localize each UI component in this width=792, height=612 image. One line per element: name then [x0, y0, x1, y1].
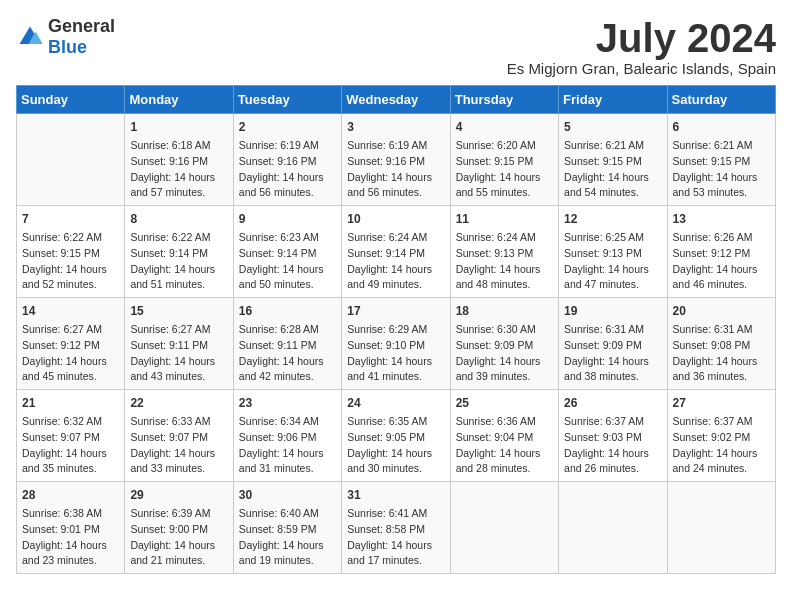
sunset-text: Sunset: 9:09 PM — [564, 338, 661, 354]
sunrise-text: Sunrise: 6:26 AM — [673, 230, 770, 246]
sunset-text: Sunset: 8:58 PM — [347, 522, 444, 538]
header-cell-saturday: Saturday — [667, 86, 775, 114]
sunset-text: Sunset: 9:11 PM — [130, 338, 227, 354]
day-number: 29 — [130, 486, 227, 504]
header-cell-sunday: Sunday — [17, 86, 125, 114]
day-number: 21 — [22, 394, 119, 412]
week-row-2: 7Sunrise: 6:22 AMSunset: 9:15 PMDaylight… — [17, 206, 776, 298]
day-cell: 22Sunrise: 6:33 AMSunset: 9:07 PMDayligh… — [125, 390, 233, 482]
day-number: 12 — [564, 210, 661, 228]
sunset-text: Sunset: 9:14 PM — [347, 246, 444, 262]
daylight-text: Daylight: 14 hours and 54 minutes. — [564, 170, 661, 202]
daylight-text: Daylight: 14 hours and 56 minutes. — [347, 170, 444, 202]
day-cell: 26Sunrise: 6:37 AMSunset: 9:03 PMDayligh… — [559, 390, 667, 482]
daylight-text: Daylight: 14 hours and 51 minutes. — [130, 262, 227, 294]
day-number: 1 — [130, 118, 227, 136]
day-number: 8 — [130, 210, 227, 228]
sunset-text: Sunset: 9:12 PM — [673, 246, 770, 262]
day-cell: 15Sunrise: 6:27 AMSunset: 9:11 PMDayligh… — [125, 298, 233, 390]
daylight-text: Daylight: 14 hours and 47 minutes. — [564, 262, 661, 294]
page-header: General Blue July 2024 Es Migjorn Gran, … — [16, 16, 776, 77]
day-cell: 16Sunrise: 6:28 AMSunset: 9:11 PMDayligh… — [233, 298, 341, 390]
daylight-text: Daylight: 14 hours and 23 minutes. — [22, 538, 119, 570]
day-cell: 7Sunrise: 6:22 AMSunset: 9:15 PMDaylight… — [17, 206, 125, 298]
daylight-text: Daylight: 14 hours and 19 minutes. — [239, 538, 336, 570]
sunrise-text: Sunrise: 6:31 AM — [564, 322, 661, 338]
sunset-text: Sunset: 9:04 PM — [456, 430, 553, 446]
month-title: July 2024 — [507, 16, 776, 60]
sunrise-text: Sunrise: 6:22 AM — [22, 230, 119, 246]
daylight-text: Daylight: 14 hours and 42 minutes. — [239, 354, 336, 386]
sunset-text: Sunset: 9:16 PM — [239, 154, 336, 170]
sunset-text: Sunset: 9:16 PM — [347, 154, 444, 170]
day-cell: 4Sunrise: 6:20 AMSunset: 9:15 PMDaylight… — [450, 114, 558, 206]
day-number: 22 — [130, 394, 227, 412]
week-row-4: 21Sunrise: 6:32 AMSunset: 9:07 PMDayligh… — [17, 390, 776, 482]
header-cell-friday: Friday — [559, 86, 667, 114]
day-cell: 24Sunrise: 6:35 AMSunset: 9:05 PMDayligh… — [342, 390, 450, 482]
daylight-text: Daylight: 14 hours and 35 minutes. — [22, 446, 119, 478]
daylight-text: Daylight: 14 hours and 50 minutes. — [239, 262, 336, 294]
sunrise-text: Sunrise: 6:31 AM — [673, 322, 770, 338]
sunrise-text: Sunrise: 6:23 AM — [239, 230, 336, 246]
day-cell: 19Sunrise: 6:31 AMSunset: 9:09 PMDayligh… — [559, 298, 667, 390]
sunrise-text: Sunrise: 6:27 AM — [130, 322, 227, 338]
sunrise-text: Sunrise: 6:24 AM — [456, 230, 553, 246]
day-cell: 14Sunrise: 6:27 AMSunset: 9:12 PMDayligh… — [17, 298, 125, 390]
daylight-text: Daylight: 14 hours and 57 minutes. — [130, 170, 227, 202]
daylight-text: Daylight: 14 hours and 43 minutes. — [130, 354, 227, 386]
daylight-text: Daylight: 14 hours and 33 minutes. — [130, 446, 227, 478]
day-number: 4 — [456, 118, 553, 136]
sunrise-text: Sunrise: 6:35 AM — [347, 414, 444, 430]
day-number: 19 — [564, 302, 661, 320]
day-cell: 20Sunrise: 6:31 AMSunset: 9:08 PMDayligh… — [667, 298, 775, 390]
daylight-text: Daylight: 14 hours and 55 minutes. — [456, 170, 553, 202]
day-cell: 8Sunrise: 6:22 AMSunset: 9:14 PMDaylight… — [125, 206, 233, 298]
day-number: 23 — [239, 394, 336, 412]
sunrise-text: Sunrise: 6:19 AM — [239, 138, 336, 154]
day-cell: 25Sunrise: 6:36 AMSunset: 9:04 PMDayligh… — [450, 390, 558, 482]
sunset-text: Sunset: 9:08 PM — [673, 338, 770, 354]
day-cell: 28Sunrise: 6:38 AMSunset: 9:01 PMDayligh… — [17, 482, 125, 574]
day-cell: 1Sunrise: 6:18 AMSunset: 9:16 PMDaylight… — [125, 114, 233, 206]
header-row: SundayMondayTuesdayWednesdayThursdayFrid… — [17, 86, 776, 114]
sunrise-text: Sunrise: 6:27 AM — [22, 322, 119, 338]
sunrise-text: Sunrise: 6:21 AM — [564, 138, 661, 154]
day-number: 2 — [239, 118, 336, 136]
daylight-text: Daylight: 14 hours and 48 minutes. — [456, 262, 553, 294]
header-cell-thursday: Thursday — [450, 86, 558, 114]
sunrise-text: Sunrise: 6:28 AM — [239, 322, 336, 338]
day-number: 5 — [564, 118, 661, 136]
day-cell: 12Sunrise: 6:25 AMSunset: 9:13 PMDayligh… — [559, 206, 667, 298]
sunrise-text: Sunrise: 6:24 AM — [347, 230, 444, 246]
day-cell: 30Sunrise: 6:40 AMSunset: 8:59 PMDayligh… — [233, 482, 341, 574]
day-cell: 6Sunrise: 6:21 AMSunset: 9:15 PMDaylight… — [667, 114, 775, 206]
day-cell: 13Sunrise: 6:26 AMSunset: 9:12 PMDayligh… — [667, 206, 775, 298]
sunrise-text: Sunrise: 6:30 AM — [456, 322, 553, 338]
day-number: 15 — [130, 302, 227, 320]
header-cell-wednesday: Wednesday — [342, 86, 450, 114]
header-cell-tuesday: Tuesday — [233, 86, 341, 114]
day-number: 20 — [673, 302, 770, 320]
day-cell — [559, 482, 667, 574]
sunset-text: Sunset: 9:07 PM — [22, 430, 119, 446]
sunrise-text: Sunrise: 6:38 AM — [22, 506, 119, 522]
day-number: 3 — [347, 118, 444, 136]
day-number: 16 — [239, 302, 336, 320]
sunset-text: Sunset: 9:15 PM — [22, 246, 119, 262]
logo-general-text: General — [48, 16, 115, 36]
sunset-text: Sunset: 9:14 PM — [130, 246, 227, 262]
sunset-text: Sunset: 9:13 PM — [456, 246, 553, 262]
sunset-text: Sunset: 9:05 PM — [347, 430, 444, 446]
day-number: 14 — [22, 302, 119, 320]
daylight-text: Daylight: 14 hours and 30 minutes. — [347, 446, 444, 478]
day-cell — [667, 482, 775, 574]
sunset-text: Sunset: 9:15 PM — [564, 154, 661, 170]
day-number: 31 — [347, 486, 444, 504]
sunset-text: Sunset: 9:15 PM — [673, 154, 770, 170]
sunset-text: Sunset: 9:07 PM — [130, 430, 227, 446]
day-number: 30 — [239, 486, 336, 504]
day-number: 11 — [456, 210, 553, 228]
day-number: 18 — [456, 302, 553, 320]
daylight-text: Daylight: 14 hours and 26 minutes. — [564, 446, 661, 478]
